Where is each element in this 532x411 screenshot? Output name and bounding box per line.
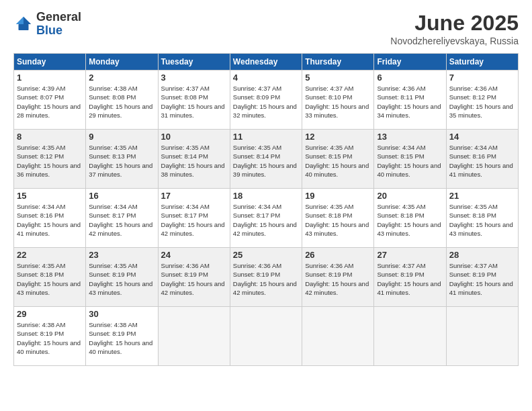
day-info: Sunrise: 4:34 AMSunset: 8:15 PMDaylight:… [377,143,443,179]
day-number: 11 [233,132,299,142]
calendar-cell: 1Sunrise: 4:39 AMSunset: 8:07 PMDaylight… [14,71,86,130]
day-number: 24 [161,250,227,260]
calendar-cell: 14Sunrise: 4:34 AMSunset: 8:16 PMDayligh… [446,130,518,189]
col-wednesday: Wednesday [230,54,302,71]
calendar-cell: 7Sunrise: 4:36 AMSunset: 8:12 PMDaylight… [446,71,518,130]
day-number: 8 [17,132,83,142]
calendar-cell: 22Sunrise: 4:35 AMSunset: 8:18 PMDayligh… [14,248,86,307]
calendar-cell: 28Sunrise: 4:37 AMSunset: 8:19 PMDayligh… [446,248,518,307]
calendar-week-row: 8Sunrise: 4:35 AMSunset: 8:12 PMDaylight… [14,130,519,189]
day-number: 29 [17,309,83,319]
day-number: 16 [89,191,154,201]
location: Novodzhereliyevskaya, Russia [390,36,519,46]
day-info: Sunrise: 4:34 AMSunset: 8:16 PMDaylight:… [449,143,515,179]
calendar-week-row: 29Sunrise: 4:38 AMSunset: 8:19 PMDayligh… [14,307,519,366]
day-number: 22 [17,250,83,260]
calendar-cell: 13Sunrise: 4:34 AMSunset: 8:15 PMDayligh… [374,130,446,189]
calendar-cell: 4Sunrise: 4:37 AMSunset: 8:09 PMDaylight… [230,71,302,130]
page: General Blue June 2025 Novodzhereliyevsk… [0,0,532,411]
day-info: Sunrise: 4:34 AMSunset: 8:16 PMDaylight:… [17,202,83,238]
day-number: 7 [449,73,515,83]
day-number: 26 [305,250,371,260]
calendar-week-row: 15Sunrise: 4:34 AMSunset: 8:16 PMDayligh… [14,189,519,248]
day-info: Sunrise: 4:36 AMSunset: 8:12 PMDaylight:… [449,84,515,120]
calendar-cell: 19Sunrise: 4:35 AMSunset: 8:18 PMDayligh… [302,189,374,248]
day-number: 21 [449,191,515,201]
day-info: Sunrise: 4:39 AMSunset: 8:07 PMDaylight:… [17,84,83,120]
calendar-cell: 23Sunrise: 4:35 AMSunset: 8:19 PMDayligh… [86,248,158,307]
calendar-cell: 27Sunrise: 4:37 AMSunset: 8:19 PMDayligh… [374,248,446,307]
calendar-cell: 3Sunrise: 4:37 AMSunset: 8:08 PMDaylight… [158,71,230,130]
day-info: Sunrise: 4:34 AMSunset: 8:17 PMDaylight:… [233,202,299,238]
calendar-cell: 21Sunrise: 4:35 AMSunset: 8:18 PMDayligh… [446,189,518,248]
col-friday: Friday [374,54,446,71]
col-sunday: Sunday [14,54,86,71]
header: General Blue June 2025 Novodzhereliyevsk… [13,11,519,46]
day-number: 1 [17,73,83,83]
day-info: Sunrise: 4:35 AMSunset: 8:19 PMDaylight:… [89,261,154,297]
col-monday: Monday [86,54,158,71]
calendar-cell: 20Sunrise: 4:35 AMSunset: 8:18 PMDayligh… [374,189,446,248]
calendar-cell: 11Sunrise: 4:35 AMSunset: 8:14 PMDayligh… [230,130,302,189]
day-info: Sunrise: 4:35 AMSunset: 8:18 PMDaylight:… [377,202,443,238]
calendar-cell: 24Sunrise: 4:36 AMSunset: 8:19 PMDayligh… [158,248,230,307]
day-info: Sunrise: 4:38 AMSunset: 8:19 PMDaylight:… [89,320,154,356]
day-number: 17 [161,191,227,201]
day-info: Sunrise: 4:36 AMSunset: 8:11 PMDaylight:… [377,84,443,120]
day-number: 3 [161,73,227,83]
month-title: June 2025 [390,11,519,36]
svg-marker-0 [24,17,31,24]
calendar-cell: 18Sunrise: 4:34 AMSunset: 8:17 PMDayligh… [230,189,302,248]
day-number: 13 [377,132,443,142]
day-number: 10 [161,132,227,142]
day-info: Sunrise: 4:36 AMSunset: 8:19 PMDaylight:… [233,261,299,297]
day-number: 20 [377,191,443,201]
col-tuesday: Tuesday [158,54,230,71]
calendar-cell: 17Sunrise: 4:34 AMSunset: 8:17 PMDayligh… [158,189,230,248]
day-info: Sunrise: 4:35 AMSunset: 8:15 PMDaylight:… [305,143,371,179]
calendar-cell [158,307,230,366]
calendar-cell: 16Sunrise: 4:34 AMSunset: 8:17 PMDayligh… [86,189,158,248]
day-number: 2 [89,73,154,83]
day-info: Sunrise: 4:37 AMSunset: 8:09 PMDaylight:… [233,84,299,120]
day-number: 9 [89,132,154,142]
calendar-cell [374,307,446,366]
logo-general: General [36,10,81,24]
calendar-cell [446,307,518,366]
day-info: Sunrise: 4:34 AMSunset: 8:17 PMDaylight:… [161,202,227,238]
calendar-cell: 8Sunrise: 4:35 AMSunset: 8:12 PMDaylight… [14,130,86,189]
calendar-cell: 6Sunrise: 4:36 AMSunset: 8:11 PMDaylight… [374,71,446,130]
calendar-table: Sunday Monday Tuesday Wednesday Thursday… [13,53,519,366]
day-number: 4 [233,73,299,83]
calendar-cell: 10Sunrise: 4:35 AMSunset: 8:14 PMDayligh… [158,130,230,189]
day-info: Sunrise: 4:35 AMSunset: 8:14 PMDaylight:… [233,143,299,179]
calendar-cell: 29Sunrise: 4:38 AMSunset: 8:19 PMDayligh… [14,307,86,366]
calendar-cell: 5Sunrise: 4:37 AMSunset: 8:10 PMDaylight… [302,71,374,130]
day-number: 6 [377,73,443,83]
day-info: Sunrise: 4:37 AMSunset: 8:19 PMDaylight:… [449,261,515,297]
calendar-cell: 30Sunrise: 4:38 AMSunset: 8:19 PMDayligh… [86,307,158,366]
title-block: June 2025 Novodzhereliyevskaya, Russia [390,11,519,46]
day-number: 27 [377,250,443,260]
day-number: 15 [17,191,83,201]
calendar-cell [230,307,302,366]
day-number: 23 [89,250,154,260]
day-info: Sunrise: 4:35 AMSunset: 8:14 PMDaylight:… [161,143,227,179]
day-number: 25 [233,250,299,260]
day-number: 18 [233,191,299,201]
day-number: 14 [449,132,515,142]
calendar-cell: 2Sunrise: 4:38 AMSunset: 8:08 PMDaylight… [86,71,158,130]
day-info: Sunrise: 4:38 AMSunset: 8:19 PMDaylight:… [17,320,83,356]
day-info: Sunrise: 4:37 AMSunset: 8:08 PMDaylight:… [161,84,227,120]
calendar-header-row: Sunday Monday Tuesday Wednesday Thursday… [14,54,519,71]
day-number: 5 [305,73,371,83]
day-info: Sunrise: 4:35 AMSunset: 8:18 PMDaylight:… [17,261,83,297]
col-saturday: Saturday [446,54,518,71]
day-info: Sunrise: 4:35 AMSunset: 8:12 PMDaylight:… [17,143,83,179]
calendar-cell: 9Sunrise: 4:35 AMSunset: 8:13 PMDaylight… [86,130,158,189]
day-info: Sunrise: 4:37 AMSunset: 8:10 PMDaylight:… [305,84,371,120]
logo-text: General Blue [36,11,81,38]
day-info: Sunrise: 4:38 AMSunset: 8:08 PMDaylight:… [89,84,154,120]
logo: General Blue [13,11,81,38]
day-number: 28 [449,250,515,260]
